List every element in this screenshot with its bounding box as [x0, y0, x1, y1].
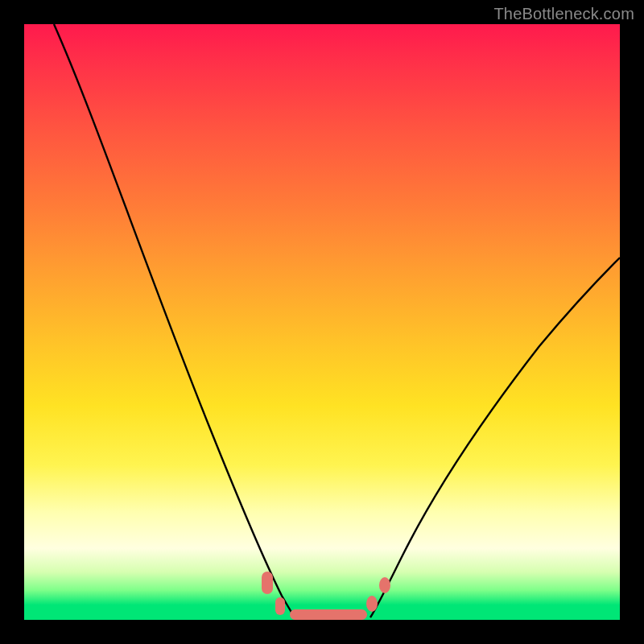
chart-svg: [24, 24, 620, 620]
left-dot-lower: [275, 597, 285, 615]
plot-area: [24, 24, 620, 620]
watermark-text: TheBottleneck.com: [493, 5, 634, 23]
floor-bar: [290, 609, 367, 620]
right-dot-lower: [366, 596, 378, 612]
left-dot-upper: [262, 572, 273, 594]
right-dot-upper: [379, 577, 390, 593]
right-markers: [366, 577, 390, 612]
left-curve: [54, 24, 295, 617]
outer-frame: TheBottleneck.com: [0, 0, 644, 644]
right-curve: [370, 258, 620, 617]
